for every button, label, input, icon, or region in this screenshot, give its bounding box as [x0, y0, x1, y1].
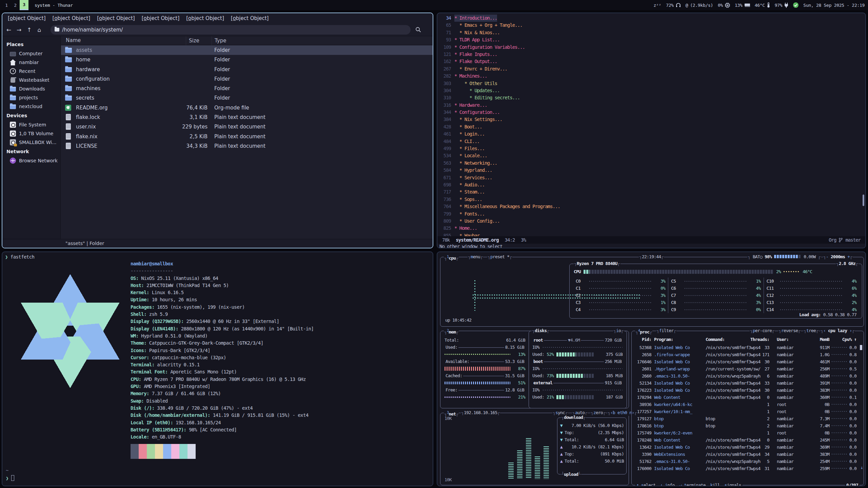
- org-outline-line[interactable]: 34 * Introduction...: [437, 15, 865, 22]
- systemd-status[interactable]: [793, 2, 798, 8]
- file-row[interactable]: LICENSE 34,3 KiB Plain text document: [61, 141, 433, 151]
- org-outline-line[interactable]: 428 * Boot...: [437, 123, 865, 130]
- org-outline-line[interactable]: 384 * Nix Settings...: [437, 116, 865, 123]
- process-row[interactable]: 178294 Web Content /nix/store/sm8fmrf3wp…: [632, 394, 864, 401]
- process-row[interactable]: 176223 Isolated Web Co /nix/store/sm8fmr…: [632, 387, 864, 394]
- org-outline-line[interactable]: 736 * Sops...: [437, 196, 865, 203]
- sidebar-item[interactable]: 1,0 TB Volume: [2, 129, 60, 138]
- org-outline-line[interactable]: 698 * Audio...: [437, 181, 865, 188]
- menu-item[interactable]: [object Object]: [228, 15, 272, 21]
- menu-item[interactable]: [object Object]: [94, 15, 138, 21]
- file-row[interactable]: flake.nix 2,5 KiB Plain text document: [61, 132, 433, 141]
- network-indicator[interactable]: @ (2.9kb/s): [686, 3, 713, 8]
- menu-item[interactable]: [object Object]: [138, 15, 183, 21]
- io-toggle[interactable]: io: [613, 328, 624, 334]
- proc-footer-action[interactable]: signals: [725, 482, 741, 486]
- shell-prompt[interactable]: ❯: [6, 475, 14, 481]
- menu-item[interactable]: [object Object]: [183, 15, 228, 21]
- org-outline-line[interactable]: 344 * Configuration...: [437, 109, 865, 116]
- org-outline-line[interactable]: 484 * CLI...: [437, 138, 865, 145]
- tree-toggle[interactable]: tree: [803, 328, 819, 334]
- org-outline-line[interactable]: 764 * Miscellaneous Packages and Program…: [437, 203, 865, 210]
- scrollbar[interactable]: [863, 195, 864, 206]
- process-row[interactable]: 178248 Web Content /nix/store/sm8fmrf3wp…: [632, 436, 864, 444]
- process-row[interactable]: 52368 Isolated Web Co /nix/store/sm8fmrf…: [632, 344, 864, 351]
- search-button[interactable]: [415, 27, 421, 33]
- menu-item[interactable]: [object Object]: [49, 15, 94, 21]
- sidebar-item[interactable]: Recent: [2, 67, 60, 76]
- process-row[interactable]: 177257 kworker/10:1-mm_ 1 root 0B 0.0: [632, 408, 864, 415]
- sort-selector[interactable]: ‹ cpu lazy ›: [820, 328, 855, 334]
- org-outline-line[interactable]: 825 * Home...: [437, 225, 865, 232]
- clock[interactable]: Sun, 28 Sep 2025 - 22:19: [803, 3, 865, 8]
- temperature-indicator[interactable]: 46°C: [755, 2, 770, 8]
- file-row[interactable]: machines Folder: [61, 84, 433, 93]
- org-outline-line[interactable]: 563 * Networking...: [437, 160, 865, 167]
- proc-footer-action[interactable]: ↓ info: [660, 482, 674, 486]
- filter-button[interactable]: filter: [656, 328, 676, 334]
- volume-indicator[interactable]: 72%: [666, 3, 681, 8]
- process-row[interactable]: 3390 WebExtensions /nix/store/sm8fmrf3wp…: [632, 451, 864, 458]
- proc-box-title[interactable]: 4proc: [635, 328, 652, 334]
- cpu-indicator[interactable]: 0%: [718, 3, 730, 8]
- file-row[interactable]: hardware Folder: [61, 65, 433, 74]
- up-button[interactable]: ↑: [24, 26, 34, 33]
- org-outline-line[interactable]: 584 * Hyprland...: [437, 167, 865, 174]
- org-outline-line[interactable]: 534 * Locale...: [437, 152, 865, 159]
- column-size[interactable]: Size: [186, 36, 199, 45]
- sidebar-item[interactable]: Wastebasket: [2, 76, 60, 84]
- memory-indicator[interactable]: 13%: [735, 3, 750, 8]
- net-box-title[interactable]: 3net: [444, 410, 459, 416]
- header-threads[interactable]: Threads:: [746, 336, 769, 343]
- header-cpu[interactable]: Cpu% ↑: [837, 336, 856, 343]
- process-row[interactable]: 2660 .emacs-31.0.50- /nix/store/wnqz5pa8…: [632, 372, 864, 380]
- sidebar-item[interactable]: nambiar: [2, 58, 60, 67]
- workspace-button[interactable]: 3: [20, 0, 28, 10]
- proc-footer-action[interactable]: kill: [710, 482, 720, 486]
- process-row[interactable]: 51762 .emacs-31.0.50- /nix/store/wnqz5pa…: [632, 458, 864, 465]
- org-outline-line[interactable]: 267 * Envrc + Direnv...: [437, 65, 865, 73]
- process-row[interactable]: 176000 Isolated Web Co /nix/store/sm8fmr…: [632, 465, 864, 472]
- file-row[interactable]: home Folder: [61, 55, 433, 64]
- org-outline-line[interactable]: 799 * Fonts...: [437, 210, 865, 218]
- menu-item[interactable]: [object Object]: [4, 15, 49, 21]
- sidebar-item[interactable]: File System: [2, 120, 60, 129]
- reverse-toggle[interactable]: reverse: [778, 328, 801, 334]
- org-outline-line[interactable]: 65 * Emacs + Org + Tangle...: [437, 22, 865, 29]
- org-outline-line[interactable]: 303 * Other Utils: [437, 80, 865, 87]
- org-outline-line[interactable]: 717 * Steam...: [437, 188, 865, 196]
- forward-button[interactable]: →: [14, 26, 24, 33]
- git-branch[interactable]: master: [845, 237, 861, 243]
- battery-indicator[interactable]: 97%: [775, 3, 789, 8]
- workspace-button[interactable]: 2: [11, 0, 20, 10]
- process-row[interactable]: 38936 kworker/u64:6-kc 1 root 0B 0.0: [632, 401, 864, 408]
- header-program[interactable]: Program:: [654, 336, 705, 343]
- org-outline-line[interactable]: 93 * TLDR App List...: [437, 36, 865, 43]
- sidebar-item[interactable]: projects: [2, 93, 60, 102]
- process-row[interactable]: 176646 Isolated Web Co /nix/store/sm8fmr…: [632, 358, 864, 365]
- proc-footer-action[interactable]: ↵ terminate: [679, 482, 705, 486]
- workspace-button[interactable]: 1: [2, 0, 11, 10]
- org-outline-line[interactable]: 162 * Flake Output...: [437, 58, 865, 65]
- org-outline-line[interactable]: 121 * Flake Inputs...: [437, 51, 865, 58]
- org-outline-line[interactable]: 71 * Nix & Nixos...: [437, 29, 865, 36]
- process-row[interactable]: 178616 btop btop 2 nambiar 7.4M 0.0: [632, 422, 864, 429]
- process-row[interactable]: 2658 .firefox-wrappe /nix/store/sm8fmrf3…: [632, 351, 864, 358]
- header-pid[interactable]: Pid:: [632, 336, 651, 343]
- org-outline-line[interactable]: 304 * Updates...: [437, 87, 865, 94]
- home-button[interactable]: ⌂: [34, 26, 44, 33]
- sidebar-item[interactable]: SMALLBOX Wi...: [2, 138, 60, 147]
- idle-inhibitor[interactable]: zᶻᶻ: [654, 3, 662, 8]
- per-core-toggle[interactable]: per-core: [750, 328, 775, 334]
- org-outline-line[interactable]: 461 * Login...: [437, 130, 865, 138]
- menu-button[interactable]: menu: [468, 254, 483, 260]
- mem-box-title[interactable]: 2mem: [444, 328, 459, 334]
- process-row[interactable]: 52134 Isolated Web Co /nix/store/sm8fmrf…: [632, 380, 864, 387]
- process-row[interactable]: 2601 .Hyprland-wrapp /run/current-system…: [632, 365, 864, 372]
- path-bar[interactable]: /home/nambiar/system/: [51, 25, 411, 35]
- process-row[interactable]: 179127 btop btop 2 nambiar 7.3M 0.0: [632, 415, 864, 422]
- file-row[interactable]: flake.lock 3,1 KiB Plain text document: [61, 113, 433, 122]
- file-row[interactable]: user.nix 229 bytes Plain text document: [61, 122, 433, 131]
- sidebar-item[interactable]: Downloads: [2, 84, 60, 93]
- process-row[interactable]: 175749 kworker/6:2-even 1 root 0B 0.0: [632, 429, 864, 436]
